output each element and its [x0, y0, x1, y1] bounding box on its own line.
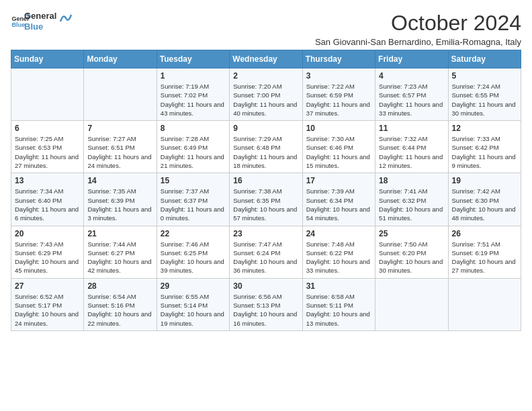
calendar-cell: 30Sunrise: 6:56 AMSunset: 5:13 PMDayligh… [230, 278, 302, 330]
day-number: 26 [452, 229, 517, 238]
day-info: Sunrise: 7:46 AMSunset: 6:25 PMDaylight:… [161, 240, 226, 275]
day-info: Sunrise: 7:19 AMSunset: 7:02 PMDaylight:… [161, 82, 226, 118]
day-number: 29 [161, 281, 226, 291]
calendar-cell: 12Sunrise: 7:33 AMSunset: 6:42 PMDayligh… [448, 121, 521, 173]
day-info: Sunrise: 7:23 AMSunset: 6:57 PMDaylight:… [379, 82, 444, 118]
day-number: 15 [161, 176, 226, 185]
day-info: Sunrise: 7:37 AMSunset: 6:37 PMDaylight:… [161, 187, 226, 222]
calendar-cell: 31Sunrise: 6:58 AMSunset: 5:11 PMDayligh… [302, 278, 375, 330]
calendar-cell: 22Sunrise: 7:46 AMSunset: 6:25 PMDayligh… [157, 226, 229, 278]
day-info: Sunrise: 7:39 AMSunset: 6:34 PMDaylight:… [306, 187, 371, 222]
day-info: Sunrise: 7:25 AMSunset: 6:53 PMDaylight:… [15, 134, 80, 170]
day-info: Sunrise: 7:22 AMSunset: 6:59 PMDaylight:… [306, 82, 371, 118]
calendar-cell: 8Sunrise: 7:28 AMSunset: 6:49 PMDaylight… [157, 121, 229, 173]
calendar-cell: 1Sunrise: 7:19 AMSunset: 7:02 PMDaylight… [157, 68, 229, 121]
calendar-week-2: 6Sunrise: 7:25 AMSunset: 6:53 PMDaylight… [11, 121, 521, 173]
day-number: 27 [15, 281, 80, 291]
day-info: Sunrise: 7:51 AMSunset: 6:19 PMDaylight:… [452, 240, 517, 275]
day-info: Sunrise: 7:41 AMSunset: 6:32 PMDaylight:… [379, 187, 444, 222]
day-number: 13 [15, 176, 80, 185]
month-title: October 2024 [315, 11, 521, 36]
calendar-cell: 26Sunrise: 7:51 AMSunset: 6:19 PMDayligh… [448, 226, 521, 278]
day-number: 19 [452, 176, 517, 185]
day-number: 10 [306, 124, 371, 133]
day-number: 2 [233, 71, 298, 81]
calendar-cell: 17Sunrise: 7:39 AMSunset: 6:34 PMDayligh… [302, 173, 375, 226]
day-number: 4 [379, 71, 444, 81]
logo-wave-icon [59, 8, 73, 28]
weekday-header-tuesday: Tuesday [157, 50, 229, 68]
calendar-cell: 9Sunrise: 7:29 AMSunset: 6:48 PMDaylight… [230, 121, 302, 173]
day-number: 5 [452, 71, 517, 81]
day-info: Sunrise: 6:52 AMSunset: 5:17 PMDaylight:… [15, 292, 80, 328]
calendar-header: SundayMondayTuesdayWednesdayThursdayFrid… [11, 50, 521, 68]
calendar-cell: 19Sunrise: 7:42 AMSunset: 6:30 PMDayligh… [448, 173, 521, 226]
calendar-cell: 24Sunrise: 7:48 AMSunset: 6:22 PMDayligh… [302, 226, 375, 278]
calendar-cell: 16Sunrise: 7:38 AMSunset: 6:35 PMDayligh… [230, 173, 302, 226]
calendar-cell: 15Sunrise: 7:37 AMSunset: 6:37 PMDayligh… [157, 173, 229, 226]
day-info: Sunrise: 7:38 AMSunset: 6:35 PMDaylight:… [233, 187, 298, 222]
calendar-cell: 14Sunrise: 7:35 AMSunset: 6:39 PMDayligh… [84, 173, 157, 226]
day-number: 20 [15, 229, 80, 238]
calendar-cell: 2Sunrise: 7:20 AMSunset: 7:00 PMDaylight… [230, 68, 302, 121]
page-header: General Blue General Blue October 2024 S… [11, 11, 521, 47]
calendar-body: 1Sunrise: 7:19 AMSunset: 7:02 PMDaylight… [11, 68, 521, 331]
calendar-cell: 10Sunrise: 7:30 AMSunset: 6:46 PMDayligh… [302, 121, 375, 173]
calendar-cell: 23Sunrise: 7:47 AMSunset: 6:24 PMDayligh… [230, 226, 302, 278]
day-number: 7 [87, 124, 152, 133]
title-block: October 2024 San Giovanni-San Bernardino… [315, 11, 521, 47]
calendar-cell: 13Sunrise: 7:34 AMSunset: 6:40 PMDayligh… [11, 173, 84, 226]
calendar-cell: 21Sunrise: 7:44 AMSunset: 6:27 PMDayligh… [84, 226, 157, 278]
day-number: 17 [306, 176, 371, 185]
day-number: 22 [161, 229, 226, 238]
day-info: Sunrise: 7:50 AMSunset: 6:20 PMDaylight:… [379, 240, 444, 275]
day-info: Sunrise: 6:55 AMSunset: 5:14 PMDaylight:… [161, 292, 226, 328]
weekday-header-thursday: Thursday [302, 50, 375, 68]
weekday-header-monday: Monday [84, 50, 157, 68]
day-number: 16 [233, 176, 298, 185]
day-info: Sunrise: 7:44 AMSunset: 6:27 PMDaylight:… [87, 240, 152, 275]
day-number: 18 [379, 176, 444, 185]
day-info: Sunrise: 7:24 AMSunset: 6:55 PMDaylight:… [452, 82, 517, 118]
day-info: Sunrise: 6:56 AMSunset: 5:13 PMDaylight:… [233, 292, 298, 328]
calendar-cell: 29Sunrise: 6:55 AMSunset: 5:14 PMDayligh… [157, 278, 229, 330]
calendar-cell [11, 68, 84, 121]
day-number: 24 [306, 229, 371, 238]
logo: General Blue General Blue [11, 11, 73, 32]
calendar-cell [375, 278, 448, 330]
day-number: 12 [452, 124, 517, 133]
calendar-cell: 20Sunrise: 7:43 AMSunset: 6:29 PMDayligh… [11, 226, 84, 278]
calendar-week-3: 13Sunrise: 7:34 AMSunset: 6:40 PMDayligh… [11, 173, 521, 226]
day-info: Sunrise: 7:20 AMSunset: 7:00 PMDaylight:… [233, 82, 298, 118]
day-info: Sunrise: 7:43 AMSunset: 6:29 PMDaylight:… [15, 240, 80, 275]
calendar-cell: 18Sunrise: 7:41 AMSunset: 6:32 PMDayligh… [375, 173, 448, 226]
calendar-cell: 27Sunrise: 6:52 AMSunset: 5:17 PMDayligh… [11, 278, 84, 330]
day-info: Sunrise: 7:42 AMSunset: 6:30 PMDaylight:… [452, 187, 517, 222]
day-number: 3 [306, 71, 371, 81]
weekday-header-friday: Friday [375, 50, 448, 68]
calendar-cell: 7Sunrise: 7:27 AMSunset: 6:51 PMDaylight… [84, 121, 157, 173]
calendar-cell [448, 278, 521, 330]
day-number: 8 [161, 124, 226, 133]
calendar-cell: 28Sunrise: 6:54 AMSunset: 5:16 PMDayligh… [84, 278, 157, 330]
logo-text-blue: Blue [24, 21, 56, 32]
calendar-cell: 4Sunrise: 7:23 AMSunset: 6:57 PMDaylight… [375, 68, 448, 121]
calendar-table: SundayMondayTuesdayWednesdayThursdayFrid… [11, 50, 521, 331]
day-info: Sunrise: 7:32 AMSunset: 6:44 PMDaylight:… [379, 134, 444, 170]
calendar-cell: 6Sunrise: 7:25 AMSunset: 6:53 PMDaylight… [11, 121, 84, 173]
day-info: Sunrise: 7:33 AMSunset: 6:42 PMDaylight:… [452, 134, 517, 170]
day-info: Sunrise: 7:27 AMSunset: 6:51 PMDaylight:… [87, 134, 152, 170]
calendar-cell: 3Sunrise: 7:22 AMSunset: 6:59 PMDaylight… [302, 68, 375, 121]
day-info: Sunrise: 7:47 AMSunset: 6:24 PMDaylight:… [233, 240, 298, 275]
day-number: 28 [87, 281, 152, 291]
calendar-week-4: 20Sunrise: 7:43 AMSunset: 6:29 PMDayligh… [11, 226, 521, 278]
day-info: Sunrise: 7:28 AMSunset: 6:49 PMDaylight:… [161, 134, 226, 170]
calendar-cell [84, 68, 157, 121]
weekday-header-saturday: Saturday [448, 50, 521, 68]
day-number: 25 [379, 229, 444, 238]
location-subtitle: San Giovanni-San Bernardino, Emilia-Roma… [315, 37, 521, 47]
day-number: 30 [233, 281, 298, 291]
svg-text:Blue: Blue [11, 21, 25, 28]
weekday-header-wednesday: Wednesday [230, 50, 302, 68]
day-info: Sunrise: 7:48 AMSunset: 6:22 PMDaylight:… [306, 240, 371, 275]
